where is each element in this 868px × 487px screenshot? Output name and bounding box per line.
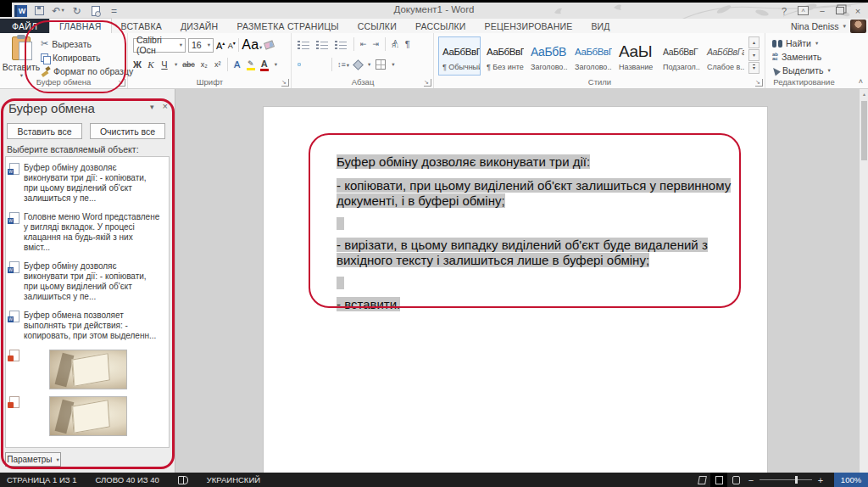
clipboard-item[interactable]: Буфер обміну дозволяє виконувати три дії… <box>9 163 165 204</box>
tab-insert[interactable]: ВСТАВКА <box>112 19 171 33</box>
paragraph-dialog-launcher[interactable]: ↘ <box>424 79 431 87</box>
clipboard-item[interactable]: Буфер обміну дозволяє виконувати три дії… <box>9 261 165 302</box>
minimize-button[interactable]: − <box>815 6 829 16</box>
styles-more-button[interactable]: ▾ <box>748 62 760 74</box>
align-center-button[interactable] <box>306 63 309 66</box>
find-button[interactable]: Найти ▾ <box>772 38 831 48</box>
user-account[interactable]: Nina Deniss ▾ <box>791 19 866 33</box>
styles-dialog-launcher[interactable]: ↘ <box>755 79 763 87</box>
zoom-level[interactable]: 100% <box>834 473 868 487</box>
style-title[interactable]: АаЫ Название <box>615 36 657 76</box>
grow-font-button[interactable]: A▴ <box>216 40 225 51</box>
clipboard-image-item[interactable] <box>9 350 165 389</box>
font-color-dropdown-icon[interactable]: ▾ <box>275 61 277 68</box>
bullets-icon[interactable] <box>298 40 310 49</box>
tab-view[interactable]: ВИД <box>581 19 619 33</box>
print-layout-button[interactable] <box>710 473 727 487</box>
underline-button[interactable]: Ч <box>160 59 169 70</box>
scrollbar-thumb[interactable] <box>861 101 867 160</box>
underline-dropdown-icon[interactable]: ▾ <box>175 61 177 68</box>
strikethrough-button[interactable]: abc <box>182 60 195 69</box>
font-size-combo[interactable]: 16 ▾ <box>188 38 214 53</box>
close-button[interactable]: × <box>851 6 865 16</box>
tab-design[interactable]: ДИЗАЙН <box>171 19 227 33</box>
cut-button[interactable]: ✂ Вырезать <box>41 38 133 49</box>
superscript-button[interactable]: x² <box>214 60 222 69</box>
pane-close-icon[interactable]: × <box>163 101 168 111</box>
show-marks-icon[interactable]: ¶ <box>405 39 410 49</box>
read-mode-button[interactable] <box>693 473 710 487</box>
style-heading1[interactable]: АаБбВ Заголово... <box>526 36 569 76</box>
tab-page-layout[interactable]: РАЗМЕТКА СТРАНИЦЫ <box>227 19 348 33</box>
clipboard-item[interactable]: Буфер обмена позволяет выполнять три дей… <box>9 311 165 341</box>
shading-dropdown-icon[interactable]: ▾ <box>368 61 370 68</box>
decrease-indent-icon[interactable]: ⇤ <box>360 40 367 48</box>
proofing-icon[interactable] <box>178 476 188 484</box>
style-normal[interactable]: АаБбВвГг, ¶ Обычный <box>438 36 481 76</box>
clipboard-dialog-launcher[interactable]: ↘ <box>118 79 125 87</box>
help-button[interactable]: ? <box>777 6 791 16</box>
zoom-in-button[interactable]: + <box>814 475 827 485</box>
text-effects-button[interactable]: А <box>233 59 242 70</box>
clipboard-group: Вставить ▾ ✂ Вырезать Копировать Формат … <box>0 33 128 88</box>
align-right-button[interactable] <box>314 63 318 66</box>
document-page[interactable]: Буфер обміну дозволяє виконувати три дії… <box>263 106 768 473</box>
ribbon-display-options-button[interactable]: ˄ <box>798 6 809 15</box>
word-count[interactable]: СЛОВО 40 ИЗ 40 <box>96 475 159 484</box>
clipboard-image-item[interactable] <box>9 396 165 436</box>
pane-options-button[interactable]: Параметры ▾ <box>5 452 61 467</box>
web-layout-button[interactable] <box>727 473 744 487</box>
style-no-spacing[interactable]: АаБбВвГг, ¶ Без инте... <box>482 36 525 76</box>
document-text[interactable]: Буфер обміну дозволяє виконувати три дії… <box>337 154 740 320</box>
tab-review[interactable]: РЕЦЕНЗИРОВАНИЕ <box>476 19 582 33</box>
styles-group: АаБбВвГг, ¶ Обычный АаБбВвГг, ¶ Без инте… <box>435 33 765 88</box>
numbering-icon[interactable] <box>316 40 329 49</box>
tab-mailings[interactable]: РАССЫЛКИ <box>406 19 476 33</box>
borders-dropdown-icon[interactable]: ▾ <box>392 61 394 68</box>
change-case-button[interactable]: Аа▾ <box>242 37 262 53</box>
style-heading2[interactable]: АаБбВвГ Заголово... <box>570 36 613 76</box>
clear-formatting-icon[interactable] <box>264 40 275 49</box>
subscript-button[interactable]: x₂ <box>200 60 209 69</box>
tab-file[interactable]: ФАЙЛ <box>0 19 49 33</box>
bold-button[interactable]: Ж <box>133 59 142 70</box>
font-dialog-launcher[interactable]: ↘ <box>281 79 289 87</box>
italic-button[interactable]: К <box>147 59 155 70</box>
collapse-ribbon-button[interactable]: ˄ <box>859 77 863 86</box>
borders-icon[interactable] <box>376 59 386 70</box>
font-name-combo[interactable]: Calibri (Осн ▾ <box>133 38 186 53</box>
format-painter-button[interactable]: Формат по образцу <box>41 66 133 76</box>
replace-button[interactable]: abac Заменить <box>772 52 831 62</box>
copy-button[interactable]: Копировать <box>41 53 133 63</box>
language-status[interactable]: УКРАИНСКИЙ <box>207 475 260 484</box>
vertical-scrollbar[interactable]: ▴ <box>859 89 868 473</box>
paste-all-button[interactable]: Вставить все <box>7 123 82 139</box>
shrink-font-button[interactable]: A▾ <box>227 40 236 50</box>
tab-home[interactable]: ГЛАВНАЯ <box>49 18 112 33</box>
select-button[interactable]: Выделить ▾ <box>772 65 831 76</box>
pane-menu-icon[interactable]: ▾ <box>150 103 154 111</box>
style-subtitle[interactable]: АаБбВвГ Подзагол... <box>659 36 701 76</box>
style-subtle-emphasis[interactable]: АаБбВвГг Слабое в... <box>703 36 745 76</box>
multilevel-list-icon[interactable] <box>335 40 348 49</box>
zoom-slider[interactable] <box>760 479 812 480</box>
styles-scroll-down-button[interactable]: ▾ <box>748 49 760 61</box>
tab-references[interactable]: ССЫЛКИ <box>348 19 406 33</box>
user-avatar[interactable] <box>850 20 866 33</box>
zoom-out-button[interactable]: − <box>744 475 758 485</box>
zoom-slider-handle[interactable] <box>795 476 798 484</box>
page-count[interactable]: СТРАНИЦА 1 ИЗ 1 <box>7 475 77 484</box>
shading-icon[interactable] <box>353 59 364 70</box>
increase-indent-icon[interactable]: ⇥ <box>373 40 380 48</box>
restore-button[interactable] <box>836 7 844 14</box>
line-spacing-button[interactable]: ↕≡▾ <box>337 60 349 69</box>
justify-button[interactable] <box>323 63 326 66</box>
sort-icon[interactable]: АЯ↓ <box>392 41 399 48</box>
clipboard-item[interactable]: Головне меню Word представлене у вигляді… <box>9 212 165 253</box>
styles-scroll-up-button[interactable]: ▴ <box>748 36 760 48</box>
align-left-button[interactable] <box>298 63 301 66</box>
font-color-button[interactable]: А <box>260 59 269 71</box>
scroll-up-icon[interactable]: ▴ <box>860 91 868 97</box>
highlight-color-button[interactable]: ✎ <box>247 59 255 70</box>
clear-all-button[interactable]: Очистить все <box>90 123 165 139</box>
